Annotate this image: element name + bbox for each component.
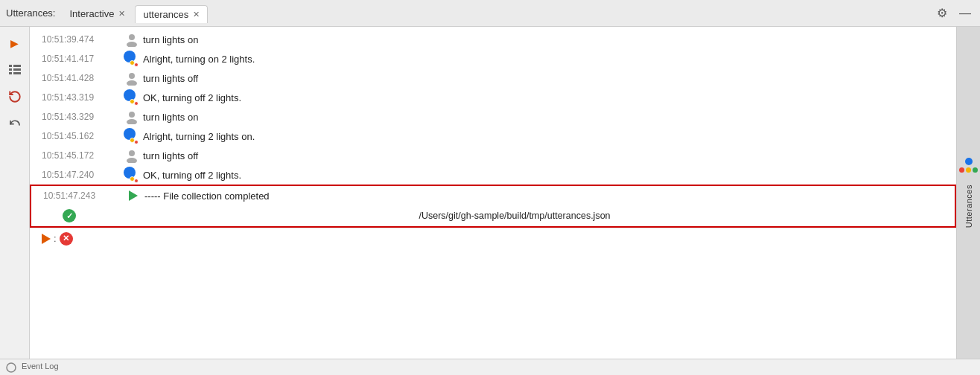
timestamp: 10:51:45.172 [42, 150, 124, 161]
tab-interactive[interactable]: Interactive ✕ [61, 4, 133, 22]
timestamp: 10:51:39.474 [42, 34, 124, 45]
tab-interactive-label: Interactive [69, 8, 114, 19]
svg-rect-1 [13, 65, 21, 67]
log-row: 10:51:47.240 OK, turning off 2 lights. [30, 165, 956, 185]
sidebar-play-icon[interactable]: ▶ [4, 33, 25, 54]
completion-row: 10:51:47.243 ----- File collection compl… [31, 186, 955, 205]
bottom-status-row: : ✕ [30, 228, 956, 249]
svg-rect-2 [9, 68, 12, 71]
svg-point-12 [129, 150, 135, 156]
agent-avatar-icon [124, 51, 140, 67]
row-text: turn lights on [143, 112, 950, 123]
colon-separator: : [54, 233, 57, 244]
log-row: 10:51:43.329 turn lights on [30, 107, 956, 126]
tab-utterances[interactable]: utterances ✕ [135, 5, 208, 23]
completion-text: ----- File collection completed [144, 190, 949, 202]
svg-rect-4 [9, 72, 12, 74]
sidebar-undo-icon[interactable] [4, 113, 25, 134]
svg-point-10 [129, 112, 135, 118]
bottom-bar-label: Event Log [6, 362, 59, 372]
log-row: 10:51:41.417 Alright, turning on 2 light… [30, 49, 956, 68]
settings-button[interactable]: ⚙ [934, 4, 950, 22]
svg-point-11 [127, 119, 137, 124]
svg-point-14 [7, 363, 16, 372]
agent-avatar-icon [124, 89, 140, 106]
timestamp: 10:51:45.162 [42, 131, 124, 141]
timestamp: 10:51:41.428 [42, 73, 124, 83]
user-avatar-icon [124, 31, 140, 48]
highlighted-block: 10:51:47.243 ----- File collection compl… [30, 185, 956, 228]
svg-point-8 [129, 73, 135, 79]
row-text: Alright, turning 2 lights on. [143, 131, 950, 142]
tab-utterances-label: utterances [143, 9, 188, 20]
user-avatar-icon [124, 147, 140, 164]
svg-rect-5 [13, 72, 21, 74]
right-sidebar: Utterances [956, 27, 980, 359]
tab-bar: Utterances: Interactive ✕ utterances ✕ ⚙… [0, 0, 980, 27]
play-button[interactable] [42, 234, 51, 244]
svg-point-9 [127, 80, 137, 86]
svg-point-13 [127, 158, 137, 163]
play-green-icon [125, 188, 141, 204]
sidebar-list-icon[interactable] [4, 60, 25, 80]
timestamp: 10:51:43.329 [42, 112, 124, 122]
stop-button[interactable]: ✕ [60, 232, 73, 246]
user-avatar-icon [124, 70, 140, 86]
row-text: OK, turning off 2 lights. [143, 92, 950, 103]
log-row: 10:51:43.319 OK, turning off 2 lights. [30, 88, 956, 107]
agent-avatar-icon [124, 128, 140, 144]
minimize-button[interactable]: — [956, 5, 974, 22]
row-text: OK, turning off 2 lights. [143, 170, 950, 181]
timestamp: 10:51:47.240 [42, 170, 124, 180]
svg-point-7 [127, 42, 137, 47]
tab-bar-actions: ⚙ — [934, 4, 974, 22]
sidebar-refresh-icon[interactable] [4, 86, 25, 107]
user-avatar-icon [124, 109, 140, 125]
timestamp: 10:51:43.319 [42, 92, 124, 103]
log-row: 10:51:45.162 Alright, turning 2 lights o… [30, 126, 956, 146]
tab-utterances-close[interactable]: ✕ [193, 10, 200, 19]
log-row: 10:51:45.172 turn lights off [30, 146, 956, 165]
left-sidebar: ▶ [0, 27, 30, 359]
agent-avatar-icon [124, 167, 140, 183]
log-row: 10:51:41.428 turn lights off [30, 68, 956, 88]
svg-rect-0 [9, 65, 12, 67]
main-layout: ▶ 10:51:39. [0, 27, 980, 359]
bottom-bar: Event Log [0, 359, 980, 375]
content-area[interactable]: 10:51:39.474 turn lights on 10:51:41.417… [30, 27, 956, 359]
file-path-row: ✓ /Users/git/gh-sample/build/tmp/utteran… [31, 205, 955, 226]
log-row: 10:51:39.474 turn lights on [30, 30, 956, 49]
svg-rect-3 [13, 68, 21, 71]
svg-point-6 [129, 34, 135, 40]
timestamp: 10:51:41.417 [42, 54, 124, 64]
file-path-text: /Users/git/gh-sample/build/tmp/utterance… [80, 211, 949, 221]
tab-bar-label: Utterances: [6, 7, 55, 19]
completion-timestamp: 10:51:47.243 [43, 190, 125, 201]
check-circle-icon: ✓ [61, 208, 77, 224]
right-sidebar-label[interactable]: Utterances [964, 185, 973, 228]
row-text: turn lights off [143, 73, 950, 84]
right-sidebar-dots-icon [959, 158, 978, 173]
tab-interactive-close[interactable]: ✕ [118, 10, 125, 18]
row-text: turn lights on [143, 34, 950, 45]
row-text: Alright, turning on 2 lights. [143, 54, 950, 65]
row-text: turn lights off [143, 150, 950, 161]
